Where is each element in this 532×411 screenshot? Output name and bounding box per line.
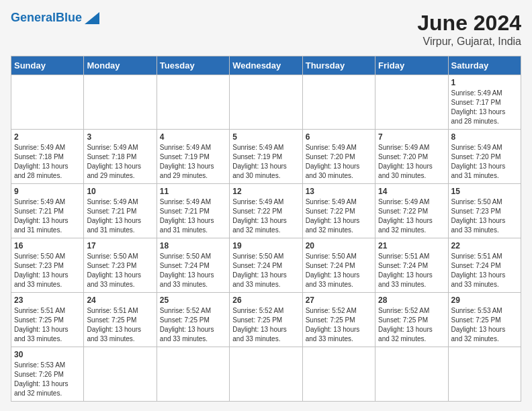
day-number: 5 [232, 132, 299, 142]
day-number: 21 [378, 241, 445, 250]
day-number: 27 [306, 295, 372, 305]
day-number: 11 [160, 187, 226, 196]
calendar-cell: 12Sunrise: 5:49 AM Sunset: 7:22 PM Dayli… [230, 184, 302, 238]
calendar-cell [375, 75, 448, 130]
day-info: Sunrise: 5:49 AM Sunset: 7:18 PM Dayligh… [14, 143, 81, 181]
calendar-cell: 20Sunrise: 5:50 AM Sunset: 7:24 PM Dayli… [302, 238, 375, 293]
calendar-cell: 3Sunrise: 5:49 AM Sunset: 7:18 PM Daylig… [84, 130, 157, 184]
calendar-cell [157, 347, 229, 402]
day-number: 29 [451, 295, 518, 305]
calendar-cell: 25Sunrise: 5:52 AM Sunset: 7:25 PM Dayli… [157, 293, 229, 347]
day-info: Sunrise: 5:50 AM Sunset: 7:24 PM Dayligh… [160, 252, 226, 289]
logo-icon [85, 12, 99, 24]
day-info: Sunrise: 5:51 AM Sunset: 7:24 PM Dayligh… [378, 252, 445, 289]
day-info: Sunrise: 5:52 AM Sunset: 7:25 PM Dayligh… [232, 306, 299, 344]
day-info: Sunrise: 5:49 AM Sunset: 7:21 PM Dayligh… [14, 197, 81, 235]
calendar-cell [230, 75, 302, 130]
calendar-cell: 21Sunrise: 5:51 AM Sunset: 7:24 PM Dayli… [375, 238, 448, 293]
calendar-cell: 4Sunrise: 5:49 AM Sunset: 7:19 PM Daylig… [157, 130, 229, 184]
day-info: Sunrise: 5:51 AM Sunset: 7:25 PM Dayligh… [87, 306, 153, 344]
day-info: Sunrise: 5:49 AM Sunset: 7:19 PM Dayligh… [232, 143, 299, 181]
day-number: 2 [14, 132, 81, 142]
calendar-cell: 6Sunrise: 5:49 AM Sunset: 7:20 PM Daylig… [302, 130, 375, 184]
day-number: 28 [378, 295, 445, 305]
calendar-cell: 18Sunrise: 5:50 AM Sunset: 7:24 PM Dayli… [157, 238, 229, 293]
calendar-week-1: 1Sunrise: 5:49 AM Sunset: 7:17 PM Daylig… [11, 75, 521, 130]
day-number: 3 [87, 132, 153, 142]
title-block: June 2024 Virpur, Gujarat, India [417, 11, 521, 48]
logo-blue: Blue [56, 11, 82, 24]
day-info: Sunrise: 5:50 AM Sunset: 7:23 PM Dayligh… [451, 197, 518, 235]
calendar-cell: 24Sunrise: 5:51 AM Sunset: 7:25 PM Dayli… [84, 293, 157, 347]
calendar-cell [230, 347, 302, 402]
calendar-cell [375, 347, 448, 402]
calendar-cell: 15Sunrise: 5:50 AM Sunset: 7:23 PM Dayli… [448, 184, 521, 238]
calendar-cell: 7Sunrise: 5:49 AM Sunset: 7:20 PM Daylig… [375, 130, 448, 184]
day-number: 22 [451, 241, 518, 250]
calendar-header-row: SundayMondayTuesdayWednesdayThursdayFrid… [11, 56, 521, 75]
calendar-cell [84, 347, 157, 402]
calendar-week-4: 16Sunrise: 5:50 AM Sunset: 7:23 PM Dayli… [11, 238, 521, 293]
day-number: 14 [378, 187, 445, 196]
day-info: Sunrise: 5:53 AM Sunset: 7:26 PM Dayligh… [14, 361, 81, 398]
weekday-header-saturday: Saturday [448, 56, 521, 75]
day-info: Sunrise: 5:49 AM Sunset: 7:22 PM Dayligh… [232, 197, 299, 235]
calendar-cell: 1Sunrise: 5:49 AM Sunset: 7:17 PM Daylig… [448, 75, 521, 130]
day-number: 16 [14, 241, 81, 250]
day-info: Sunrise: 5:52 AM Sunset: 7:25 PM Dayligh… [378, 306, 445, 344]
calendar-cell [448, 347, 521, 402]
calendar-cell: 30Sunrise: 5:53 AM Sunset: 7:26 PM Dayli… [11, 347, 84, 402]
day-info: Sunrise: 5:52 AM Sunset: 7:25 PM Dayligh… [306, 306, 372, 344]
logo-general: General [11, 11, 56, 24]
day-info: Sunrise: 5:49 AM Sunset: 7:17 PM Dayligh… [451, 89, 518, 126]
day-number: 8 [451, 132, 518, 142]
page-header: GeneralBlue June 2024 Virpur, Gujarat, I… [11, 11, 521, 48]
day-info: Sunrise: 5:49 AM Sunset: 7:19 PM Dayligh… [160, 143, 226, 181]
calendar-cell [157, 75, 229, 130]
day-number: 26 [232, 295, 299, 305]
calendar-table: SundayMondayTuesdayWednesdayThursdayFrid… [11, 56, 521, 402]
calendar-cell: 9Sunrise: 5:49 AM Sunset: 7:21 PM Daylig… [11, 184, 84, 238]
day-number: 25 [160, 295, 226, 305]
day-info: Sunrise: 5:49 AM Sunset: 7:20 PM Dayligh… [306, 143, 372, 181]
day-info: Sunrise: 5:50 AM Sunset: 7:24 PM Dayligh… [306, 252, 372, 289]
day-number: 9 [14, 187, 81, 196]
logo: GeneralBlue [11, 11, 99, 25]
day-number: 18 [160, 241, 226, 250]
weekday-header-friday: Friday [375, 56, 448, 75]
day-number: 7 [378, 132, 445, 142]
day-info: Sunrise: 5:51 AM Sunset: 7:25 PM Dayligh… [14, 306, 81, 344]
calendar-cell: 19Sunrise: 5:50 AM Sunset: 7:24 PM Dayli… [230, 238, 302, 293]
day-info: Sunrise: 5:49 AM Sunset: 7:20 PM Dayligh… [451, 143, 518, 181]
day-info: Sunrise: 5:49 AM Sunset: 7:18 PM Dayligh… [87, 143, 153, 181]
calendar-cell: 26Sunrise: 5:52 AM Sunset: 7:25 PM Dayli… [230, 293, 302, 347]
day-info: Sunrise: 5:52 AM Sunset: 7:25 PM Dayligh… [160, 306, 226, 344]
day-number: 24 [87, 295, 153, 305]
calendar-cell: 5Sunrise: 5:49 AM Sunset: 7:19 PM Daylig… [230, 130, 302, 184]
calendar-week-3: 9Sunrise: 5:49 AM Sunset: 7:21 PM Daylig… [11, 184, 521, 238]
day-info: Sunrise: 5:53 AM Sunset: 7:25 PM Dayligh… [451, 306, 518, 344]
calendar-cell: 11Sunrise: 5:49 AM Sunset: 7:21 PM Dayli… [157, 184, 229, 238]
calendar-cell [302, 75, 375, 130]
calendar-week-5: 23Sunrise: 5:51 AM Sunset: 7:25 PM Dayli… [11, 293, 521, 347]
weekday-header-wednesday: Wednesday [230, 56, 302, 75]
svg-marker-0 [85, 12, 99, 24]
day-info: Sunrise: 5:51 AM Sunset: 7:24 PM Dayligh… [451, 252, 518, 289]
calendar-cell: 2Sunrise: 5:49 AM Sunset: 7:18 PM Daylig… [11, 130, 84, 184]
calendar-cell [11, 75, 84, 130]
day-info: Sunrise: 5:49 AM Sunset: 7:22 PM Dayligh… [378, 197, 445, 235]
calendar-cell: 16Sunrise: 5:50 AM Sunset: 7:23 PM Dayli… [11, 238, 84, 293]
calendar-cell: 8Sunrise: 5:49 AM Sunset: 7:20 PM Daylig… [448, 130, 521, 184]
month-year: June 2024 [417, 11, 521, 36]
calendar-cell: 28Sunrise: 5:52 AM Sunset: 7:25 PM Dayli… [375, 293, 448, 347]
calendar-cell: 27Sunrise: 5:52 AM Sunset: 7:25 PM Dayli… [302, 293, 375, 347]
day-info: Sunrise: 5:49 AM Sunset: 7:21 PM Dayligh… [160, 197, 226, 235]
day-info: Sunrise: 5:49 AM Sunset: 7:20 PM Dayligh… [378, 143, 445, 181]
day-number: 30 [14, 350, 81, 359]
day-number: 4 [160, 132, 226, 142]
calendar-cell: 29Sunrise: 5:53 AM Sunset: 7:25 PM Dayli… [448, 293, 521, 347]
calendar-cell: 10Sunrise: 5:49 AM Sunset: 7:21 PM Dayli… [84, 184, 157, 238]
weekday-header-tuesday: Tuesday [157, 56, 229, 75]
calendar-week-2: 2Sunrise: 5:49 AM Sunset: 7:18 PM Daylig… [11, 130, 521, 184]
weekday-header-monday: Monday [84, 56, 157, 75]
